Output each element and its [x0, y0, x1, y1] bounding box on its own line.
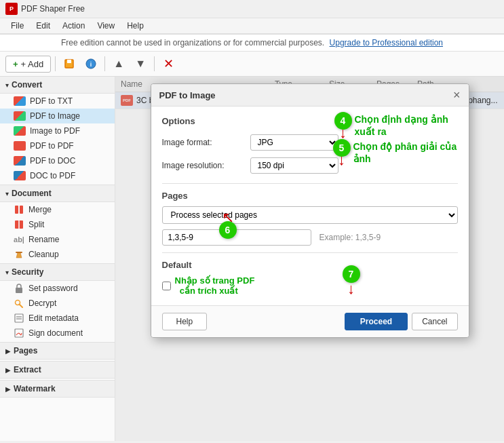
sidebar-item-image-to-pdf[interactable]: Image to PDF	[0, 123, 115, 138]
options-label: Options	[162, 116, 458, 126]
toolbar-up-icon[interactable]: ▲	[109, 54, 128, 73]
sidebar-section-extract-header[interactable]: ▶ Extract	[0, 361, 115, 379]
sidebar-item-set-password[interactable]: Set password	[0, 281, 115, 296]
svg-text:i: i	[90, 61, 92, 68]
toolbar-delete-icon[interactable]: ✕	[159, 54, 178, 73]
sidebar-item-sign-document[interactable]: Sign document	[0, 326, 115, 341]
watermark-arrow-icon: ▶	[5, 385, 11, 393]
default-checkbox[interactable]	[162, 282, 171, 290]
sidebar-item-pdf-to-doc[interactable]: PDF to DOC	[0, 153, 115, 168]
image-resolution-row: Image resolution: 72 dpi 96 dpi 150 dpi …	[162, 157, 458, 174]
dialog: PDF to Image × Options Image format: JPG…	[151, 83, 469, 338]
pages-select[interactable]: Process all pages Process selected pages	[162, 206, 458, 224]
dialog-overlay: PDF to Image × Options Image format: JPG…	[115, 77, 504, 441]
dialog-body: Options Image format: JPG PNG BMP TIFF	[151, 107, 469, 305]
image-format-label: Image format:	[162, 138, 250, 147]
sidebar-item-pdf-to-txt[interactable]: PDF to TXT	[0, 94, 115, 109]
toolbar-info-icon[interactable]: i	[81, 54, 100, 73]
svg-rect-4	[15, 206, 18, 214]
svg-rect-1	[67, 60, 71, 63]
image-format-row: Image format: JPG PNG BMP TIFF	[162, 134, 458, 151]
document-arrow-icon: ▾	[5, 190, 9, 197]
default-checkbox-row: Nhập số trang PDF cần trích xuất	[162, 275, 458, 296]
sidebar-section-document: ▾ Document Merge Split ab| Rename	[0, 185, 115, 262]
sidebar-item-edit-metadata[interactable]: Edit metadata	[0, 311, 115, 326]
image-resolution-select[interactable]: 72 dpi 96 dpi 150 dpi 200 dpi 300 dpi	[250, 157, 338, 174]
add-icon: +	[13, 59, 18, 69]
pages-label: Pages	[162, 191, 458, 201]
sidebar-item-merge[interactable]: Merge	[0, 202, 115, 217]
sidebar-item-pdf-to-pdf[interactable]: PDF to PDF	[0, 138, 115, 153]
pages-arrow-icon: ▶	[5, 347, 11, 355]
pages-input[interactable]	[162, 229, 311, 246]
pages-input-row: Example: 1,3,5-9	[162, 229, 458, 246]
upgrade-link[interactable]: Upgrade to Professional edition	[330, 38, 443, 47]
menu-help[interactable]: Help	[121, 20, 149, 32]
convert-arrow-icon: ▾	[5, 81, 9, 89]
menu-view[interactable]: View	[92, 20, 120, 32]
sidebar-section-pages: ▶ Pages	[0, 342, 115, 360]
image-resolution-label: Image resolution:	[162, 161, 250, 170]
dialog-title-bar: PDF to Image ×	[151, 84, 469, 107]
sidebar: ▾ Convert PDF to TXT PDF to Image Image …	[0, 77, 115, 441]
sidebar-section-convert-header[interactable]: ▾ Convert	[0, 77, 115, 94]
notice-bar: Free edition cannot be used in organizat…	[0, 35, 504, 52]
sidebar-section-security: ▾ Security Set password Decrypt Edit me	[0, 263, 115, 341]
proceed-button[interactable]: Proceed	[345, 313, 408, 330]
menu-edit[interactable]: Edit	[31, 20, 56, 32]
svg-line-11	[20, 305, 23, 308]
content-area: Name Type Size Pages Path PDF 3C billiar…	[115, 77, 504, 441]
svg-rect-8	[16, 252, 22, 253]
help-button[interactable]: Help	[162, 313, 208, 330]
menu-action[interactable]: Action	[57, 20, 90, 32]
dialog-footer: Help 7 ↓ Proceed Cancel	[151, 305, 469, 337]
sidebar-section-security-header[interactable]: ▾ Security	[0, 263, 115, 281]
sidebar-section-document-header[interactable]: ▾ Document	[0, 185, 115, 202]
cancel-button[interactable]: Cancel	[412, 313, 457, 330]
dialog-close-button[interactable]: ×	[453, 89, 461, 101]
image-format-select[interactable]: JPG PNG BMP TIFF	[250, 134, 338, 151]
add-button[interactable]: + + Add	[5, 56, 51, 73]
sidebar-section-extract: ▶ Extract	[0, 361, 115, 379]
sidebar-section-pages-header[interactable]: ▶ Pages	[0, 342, 115, 360]
toolbar-save-icon[interactable]	[60, 54, 79, 73]
sidebar-item-split[interactable]: Split	[0, 217, 115, 232]
sidebar-item-cleanup[interactable]: Cleanup	[0, 247, 115, 262]
menu-file[interactable]: File	[5, 20, 29, 32]
dialog-title: PDF to Image	[159, 90, 216, 100]
pages-example: Example: 1,3,5-9	[319, 233, 381, 242]
extract-arrow-icon: ▶	[5, 366, 11, 374]
app-logo: P PDF Shaper Free	[5, 3, 85, 15]
toolbar: + + Add i ▲ ▼ ✕	[0, 52, 504, 77]
sidebar-section-convert: ▾ Convert PDF to TXT PDF to Image Image …	[0, 77, 115, 183]
sidebar-section-watermark-header[interactable]: ▶ Watermark	[0, 380, 115, 398]
svg-rect-12	[15, 314, 23, 322]
sidebar-section-watermark: ▶ Watermark	[0, 380, 115, 398]
security-arrow-icon: ▾	[5, 269, 9, 276]
svg-rect-9	[16, 288, 22, 293]
sidebar-item-rename[interactable]: ab| Rename	[0, 232, 115, 247]
default-label: Default	[162, 260, 458, 270]
svg-rect-5	[20, 206, 23, 214]
sidebar-item-pdf-to-image[interactable]: PDF to Image	[0, 109, 115, 123]
toolbar-down-icon[interactable]: ▼	[131, 54, 150, 73]
sidebar-item-decrypt[interactable]: Decrypt	[0, 296, 115, 311]
menu-bar: File Edit Action View Help	[0, 18, 504, 34]
sidebar-item-doc-to-pdf[interactable]: DOC to PDF	[0, 168, 115, 183]
